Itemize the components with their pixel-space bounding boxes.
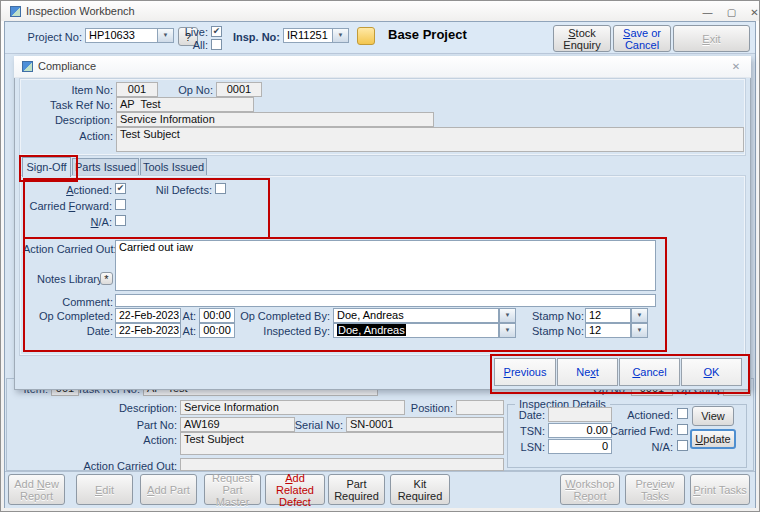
- insp-stamp-no-combo[interactable]: 12: [585, 323, 631, 338]
- report-position-label: Position:: [403, 402, 453, 414]
- minimize-icon[interactable]: —: [699, 6, 716, 19]
- tab-parts-issued[interactable]: Parts Issued: [72, 158, 139, 177]
- insp-date-label: Date:: [53, 325, 113, 337]
- report-part-no-field: AW169: [180, 417, 295, 432]
- comment-input[interactable]: [115, 294, 656, 307]
- screen: { "window": { "title": "Inspection Workb…: [0, 0, 760, 512]
- details-date-label: Date:: [511, 409, 545, 421]
- all-checkbox[interactable]: [211, 39, 222, 50]
- next-button[interactable]: Next: [557, 358, 618, 386]
- add-part-button: Add Part: [140, 474, 197, 505]
- window-titlebar: Inspection Workbench — ▢ ✕: [1, 1, 759, 21]
- live-checkbox[interactable]: ✔: [211, 26, 222, 37]
- insp-no-input[interactable]: IR11251: [283, 28, 333, 43]
- action-field: Test Subject: [116, 127, 744, 152]
- op-completed-by-label: Op Completed By:: [240, 310, 330, 322]
- task-ref-label: Task Ref No:: [33, 99, 113, 111]
- report-part-no-label: Part No:: [107, 419, 177, 431]
- op-no-field: 0001: [216, 82, 262, 97]
- ok-button[interactable]: OK: [681, 358, 742, 386]
- workshop-report-button: Workshop Report: [560, 474, 620, 505]
- window-title: Inspection Workbench: [26, 5, 135, 17]
- close-icon[interactable]: ✕: [746, 6, 760, 19]
- details-actioned-checkbox[interactable]: [677, 408, 688, 419]
- part-required-button[interactable]: Part Required: [328, 474, 385, 505]
- preview-tasks-button: Preview Tasks: [625, 474, 685, 505]
- item-no-label: Item No:: [43, 84, 113, 96]
- carried-forward-checkbox[interactable]: [115, 199, 126, 210]
- exit-button: Exit: [673, 25, 750, 52]
- project-no-dropdown-icon[interactable]: ▼: [157, 28, 174, 43]
- op-stamp-no-label: Stamp No:: [532, 310, 582, 322]
- report-description-label: Description:: [107, 402, 177, 414]
- op-stamp-no-dropdown-icon[interactable]: ▼: [631, 308, 648, 323]
- maximize-icon[interactable]: ▢: [723, 6, 740, 19]
- op-completed-date-input[interactable]: 22-Feb-2023: [115, 308, 181, 323]
- notes-library-button[interactable]: *: [100, 272, 113, 285]
- details-lsn-field[interactable]: 0: [548, 439, 612, 454]
- tab-tools-issued[interactable]: Tools Issued: [140, 158, 207, 177]
- cancel-button[interactable]: Cancel: [619, 358, 680, 386]
- op-completed-time-input[interactable]: 00:00: [199, 308, 235, 323]
- comment-label: Comment:: [53, 296, 113, 308]
- action-label: Action:: [43, 130, 113, 142]
- description-field: Service Information: [116, 112, 434, 127]
- dialog-close-icon[interactable]: ✕: [729, 60, 743, 74]
- view-button[interactable]: View: [692, 406, 734, 426]
- details-lsn-label: LSN:: [511, 441, 545, 453]
- item-no-field: 001: [116, 82, 158, 97]
- stock-enquiry-button[interactable]: Stock Enquiry: [553, 25, 611, 52]
- insp-stamp-no-dropdown-icon[interactable]: ▼: [631, 323, 648, 338]
- add-related-defect-button[interactable]: Add Related Defect: [265, 474, 325, 505]
- tab-sign-off[interactable]: Sign-Off: [22, 157, 71, 177]
- kit-required-button[interactable]: Kit Required: [390, 474, 450, 505]
- na-label: N/A:: [82, 216, 112, 228]
- action-carried-out-input[interactable]: Carried out iaw: [115, 240, 656, 291]
- report-serial-no-label: Serial No:: [293, 419, 343, 431]
- insp-no-label: Insp. No:: [222, 31, 280, 43]
- live-label: Live:: [180, 26, 208, 38]
- print-tasks-button: Print Tasks: [690, 474, 750, 505]
- request-part-master-button: Request Part Master: [204, 474, 261, 505]
- add-new-report-button: Add New Report: [8, 474, 65, 505]
- insp-stamp-no-label: Stamp No:: [532, 325, 582, 337]
- actioned-checkbox[interactable]: ✔: [115, 183, 126, 194]
- report-action-field: Test Subject: [180, 432, 504, 455]
- inspected-by-selected-text: Doe, Andreas: [337, 324, 406, 336]
- nil-defects-checkbox[interactable]: [215, 183, 226, 194]
- insp-no-dropdown-icon[interactable]: ▼: [332, 28, 349, 43]
- op-completed-by-dropdown-icon[interactable]: ▼: [499, 308, 516, 323]
- inspected-by-dropdown-icon[interactable]: ▼: [499, 323, 516, 338]
- report-serial-no-field: SN-0001: [346, 417, 504, 432]
- details-na-checkbox[interactable]: [677, 440, 688, 451]
- details-na-label: N/A:: [633, 441, 673, 453]
- description-label: Description:: [43, 114, 113, 126]
- compliance-dialog-content: Compliance ✕ Item No: 001 Op No: 0001 Ta…: [14, 56, 751, 390]
- na-checkbox[interactable]: [115, 215, 126, 226]
- op-no-label: Op No:: [173, 84, 213, 96]
- notes-button[interactable]: [357, 27, 375, 45]
- details-tsn-field[interactable]: 0.00: [548, 423, 612, 438]
- project-no-input[interactable]: HP10633: [85, 28, 158, 43]
- project-no-label: Project No:: [12, 31, 82, 43]
- op-completed-label: Op Completed:: [33, 310, 113, 322]
- save-or-cancel-button[interactable]: Save or Cancel: [613, 25, 671, 52]
- op-stamp-no-combo[interactable]: 12: [585, 308, 631, 323]
- details-actioned-label: Actioned:: [618, 409, 673, 421]
- actioned-label: Actioned:: [52, 184, 112, 196]
- inspected-time-input[interactable]: 00:00: [199, 323, 235, 338]
- inspected-by-combo[interactable]: Doe, Andreas: [333, 323, 499, 338]
- report-action-label: Action:: [107, 434, 177, 446]
- report-action-carried-out-field: [180, 458, 504, 471]
- edit-button: Edit: [76, 474, 133, 505]
- details-carried-fwd-checkbox[interactable]: [677, 424, 688, 435]
- dialog-icon: [22, 61, 33, 72]
- previous-button[interactable]: Previous: [494, 358, 556, 386]
- app-icon: [10, 6, 21, 17]
- op-completed-by-combo[interactable]: Doe, Andreas: [333, 308, 499, 323]
- nil-defects-label: Nil Defects:: [152, 184, 212, 196]
- update-button[interactable]: Update: [690, 429, 736, 449]
- op-at-label: At:: [176, 310, 196, 322]
- dialog-titlebar: Compliance ✕: [14, 56, 751, 78]
- inspected-date-input[interactable]: 22-Feb-2023: [115, 323, 181, 338]
